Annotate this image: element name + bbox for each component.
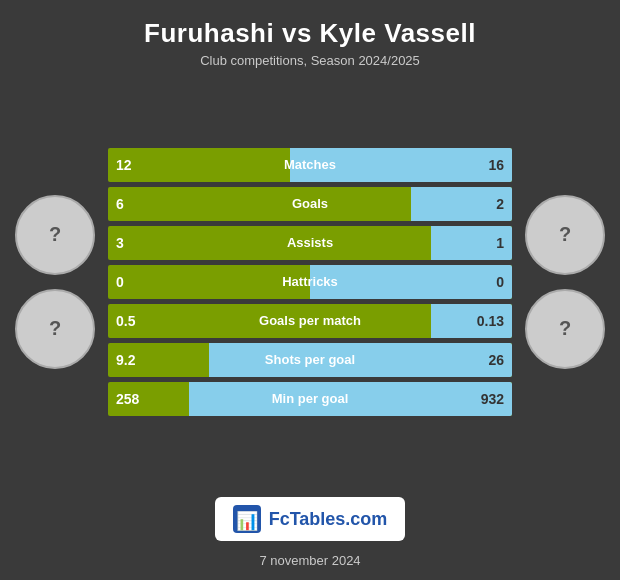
stat-left-val-goals: 6	[116, 196, 124, 212]
stat-left-val-minpergoal: 258	[116, 391, 139, 407]
stat-label-minpergoal: Min per goal	[272, 391, 349, 406]
stat-fill-shotspergoal	[209, 343, 512, 377]
right-player-photo-2: ?	[525, 289, 605, 369]
stat-label-goalspm: Goals per match	[259, 313, 361, 328]
stat-bar-matches: 12Matches16	[108, 148, 512, 182]
stat-row-matches: 12Matches16	[108, 148, 512, 182]
stat-fill-minpergoal	[189, 382, 512, 416]
logo-text: FcTables.com	[269, 509, 388, 530]
stat-left-val-matches: 12	[116, 157, 132, 173]
stat-label-goals: Goals	[292, 196, 328, 211]
page-title: Furuhashi vs Kyle Vassell	[144, 18, 476, 49]
stat-right-val-minpergoal: 932	[481, 391, 504, 407]
right-player-col: ? ?	[520, 195, 610, 369]
stat-right-val-hattricks: 0	[496, 274, 504, 290]
subtitle: Club competitions, Season 2024/2025	[144, 53, 476, 68]
stat-bar-goals: 6Goals2	[108, 187, 512, 221]
stat-bar-goalspm: 0.5Goals per match0.13	[108, 304, 512, 338]
stat-right-val-matches: 16	[488, 157, 504, 173]
header: Furuhashi vs Kyle Vassell Club competiti…	[124, 0, 496, 76]
stat-bar-assists: 3Assists1	[108, 226, 512, 260]
stat-right-val-goalspm: 0.13	[477, 313, 504, 329]
stat-row-shotspergoal: 9.2Shots per goal26	[108, 343, 512, 377]
stat-label-hattricks: Hattricks	[282, 274, 338, 289]
svg-text:📊: 📊	[236, 510, 259, 532]
stat-label-matches: Matches	[284, 157, 336, 172]
stat-fill-hattricks	[310, 265, 512, 299]
right-player-photo: ?	[525, 195, 605, 275]
logo-box: 📊 FcTables.com	[215, 497, 406, 541]
stat-label-shotspergoal: Shots per goal	[265, 352, 355, 367]
stat-left-val-shotspergoal: 9.2	[116, 352, 135, 368]
stats-col: 12Matches166Goals23Assists10Hattricks00.…	[108, 148, 512, 416]
stat-row-goalspm: 0.5Goals per match0.13	[108, 304, 512, 338]
stat-row-assists: 3Assists1	[108, 226, 512, 260]
stat-right-val-shotspergoal: 26	[488, 352, 504, 368]
stat-label-assists: Assists	[287, 235, 333, 250]
left-player-col: ? ?	[10, 195, 100, 369]
page-container: Furuhashi vs Kyle Vassell Club competiti…	[0, 0, 620, 580]
footer-date: 7 november 2024	[259, 545, 360, 580]
stat-row-goals: 6Goals2	[108, 187, 512, 221]
stat-right-val-goals: 2	[496, 196, 504, 212]
stat-bar-hattricks: 0Hattricks0	[108, 265, 512, 299]
stat-bar-shotspergoal: 9.2Shots per goal26	[108, 343, 512, 377]
stat-right-val-assists: 1	[496, 235, 504, 251]
stat-row-minpergoal: 258Min per goal932	[108, 382, 512, 416]
stat-bar-minpergoal: 258Min per goal932	[108, 382, 512, 416]
left-player-photo-2: ?	[15, 289, 95, 369]
main-area: ? ? 12Matches166Goals23Assists10Hattrick…	[0, 76, 620, 487]
stat-left-val-assists: 3	[116, 235, 124, 251]
stat-left-val-hattricks: 0	[116, 274, 124, 290]
fctables-icon: 📊	[233, 505, 261, 533]
stat-row-hattricks: 0Hattricks0	[108, 265, 512, 299]
logo-area: 📊 FcTables.com	[215, 487, 406, 545]
stat-left-val-goalspm: 0.5	[116, 313, 135, 329]
left-player-photo: ?	[15, 195, 95, 275]
